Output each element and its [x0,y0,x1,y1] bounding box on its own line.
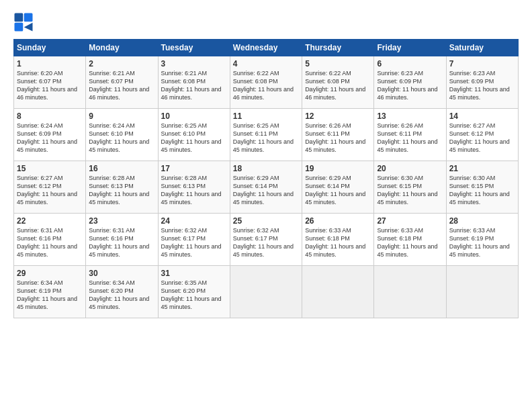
day-info: Sunrise: 6:23 AMSunset: 6:09 PMDaylight:… [449,69,515,102]
calendar-day-cell: 28Sunrise: 6:33 AMSunset: 6:19 PMDayligh… [446,214,518,266]
header-cell-monday: Monday [86,40,158,56]
calendar-day-cell: 17Sunrise: 6:28 AMSunset: 6:13 PMDayligh… [158,161,230,214]
day-info: Sunrise: 6:24 AMSunset: 6:09 PMDaylight:… [17,122,83,154]
day-number: 10 [161,111,227,121]
calendar-day-cell: 20Sunrise: 6:30 AMSunset: 6:15 PMDayligh… [374,161,446,214]
calendar-day-cell: 16Sunrise: 6:28 AMSunset: 6:13 PMDayligh… [86,161,158,214]
day-number: 13 [377,111,443,121]
calendar-day-cell: 7Sunrise: 6:23 AMSunset: 6:09 PMDaylight… [446,56,518,109]
header-row: SundayMondayTuesdayWednesdayThursdayFrid… [14,40,519,56]
day-number: 27 [377,216,443,226]
calendar-day-cell: 24Sunrise: 6:32 AMSunset: 6:17 PMDayligh… [158,214,230,266]
calendar-day-cell [374,266,446,318]
day-number: 19 [305,164,371,173]
calendar-day-cell: 1Sunrise: 6:20 AMSunset: 6:07 PMDaylight… [14,56,86,109]
day-info: Sunrise: 6:34 AMSunset: 6:19 PMDaylight:… [17,279,83,312]
calendar-day-cell: 13Sunrise: 6:26 AMSunset: 6:11 PMDayligh… [374,109,446,161]
day-info: Sunrise: 6:32 AMSunset: 6:17 PMDaylight:… [233,226,299,259]
svg-rect-1 [24,13,33,22]
calendar-day-cell: 5Sunrise: 6:22 AMSunset: 6:08 PMDaylight… [302,56,374,109]
day-number: 11 [233,111,299,121]
day-info: Sunrise: 6:25 AMSunset: 6:10 PMDaylight:… [161,122,227,154]
day-number: 14 [449,111,515,121]
day-number: 9 [89,111,154,121]
day-number: 30 [89,269,154,278]
day-info: Sunrise: 6:22 AMSunset: 6:08 PMDaylight:… [233,69,299,102]
day-info: Sunrise: 6:31 AMSunset: 6:16 PMDaylight:… [17,226,83,259]
day-number: 28 [449,216,515,226]
day-info: Sunrise: 6:28 AMSunset: 6:13 PMDaylight:… [89,174,154,207]
day-info: Sunrise: 6:24 AMSunset: 6:10 PMDaylight:… [89,122,154,154]
day-info: Sunrise: 6:33 AMSunset: 6:19 PMDaylight:… [449,226,515,259]
calendar-week-row: 8Sunrise: 6:24 AMSunset: 6:09 PMDaylight… [14,109,519,161]
calendar-day-cell: 22Sunrise: 6:31 AMSunset: 6:16 PMDayligh… [14,214,86,266]
day-number: 1 [17,59,83,68]
day-number: 20 [377,164,443,173]
day-number: 12 [305,111,371,121]
calendar-day-cell: 25Sunrise: 6:32 AMSunset: 6:17 PMDayligh… [230,214,302,266]
calendar-day-cell: 23Sunrise: 6:31 AMSunset: 6:16 PMDayligh… [86,214,158,266]
calendar-day-cell [302,266,374,318]
day-info: Sunrise: 6:28 AMSunset: 6:13 PMDaylight:… [161,174,227,207]
svg-marker-3 [24,23,33,32]
day-info: Sunrise: 6:30 AMSunset: 6:15 PMDaylight:… [377,174,443,207]
day-info: Sunrise: 6:34 AMSunset: 6:20 PMDaylight:… [89,279,154,312]
calendar-day-cell: 19Sunrise: 6:29 AMSunset: 6:14 PMDayligh… [302,161,374,214]
calendar-day-cell: 18Sunrise: 6:29 AMSunset: 6:14 PMDayligh… [230,161,302,214]
calendar-day-cell: 11Sunrise: 6:25 AMSunset: 6:11 PMDayligh… [230,109,302,161]
header-cell-tuesday: Tuesday [158,40,230,56]
logo-icon [13,12,34,32]
calendar-day-cell [446,266,518,318]
day-number: 8 [17,111,83,121]
page: SundayMondayTuesdayWednesdayThursdayFrid… [0,0,532,411]
calendar-day-cell: 8Sunrise: 6:24 AMSunset: 6:09 PMDaylight… [14,109,86,161]
day-info: Sunrise: 6:33 AMSunset: 6:18 PMDaylight:… [377,226,443,259]
header-cell-sunday: Sunday [14,40,86,56]
day-info: Sunrise: 6:21 AMSunset: 6:08 PMDaylight:… [161,69,227,102]
day-number: 26 [305,216,371,226]
calendar-day-cell: 26Sunrise: 6:33 AMSunset: 6:18 PMDayligh… [302,214,374,266]
svg-rect-0 [15,13,24,22]
day-number: 24 [161,216,227,226]
day-number: 5 [305,59,371,68]
day-info: Sunrise: 6:30 AMSunset: 6:15 PMDaylight:… [449,174,515,207]
day-info: Sunrise: 6:27 AMSunset: 6:12 PMDaylight:… [17,174,83,207]
day-info: Sunrise: 6:25 AMSunset: 6:11 PMDaylight:… [233,122,299,154]
calendar-day-cell: 4Sunrise: 6:22 AMSunset: 6:08 PMDaylight… [230,56,302,109]
header-cell-wednesday: Wednesday [230,40,302,56]
calendar-day-cell: 6Sunrise: 6:23 AMSunset: 6:09 PMDaylight… [374,56,446,109]
day-info: Sunrise: 6:27 AMSunset: 6:12 PMDaylight:… [449,122,515,154]
calendar-day-cell: 12Sunrise: 6:26 AMSunset: 6:11 PMDayligh… [302,109,374,161]
day-number: 4 [233,59,299,68]
day-number: 15 [17,164,83,173]
day-info: Sunrise: 6:31 AMSunset: 6:16 PMDaylight:… [89,226,154,259]
day-info: Sunrise: 6:29 AMSunset: 6:14 PMDaylight:… [305,174,371,207]
day-number: 22 [17,216,83,226]
header-cell-thursday: Thursday [302,40,374,56]
day-info: Sunrise: 6:20 AMSunset: 6:07 PMDaylight:… [17,69,83,102]
header-cell-friday: Friday [374,40,446,56]
day-number: 3 [161,59,227,68]
calendar-body: 1Sunrise: 6:20 AMSunset: 6:07 PMDaylight… [14,56,519,318]
calendar-day-cell: 30Sunrise: 6:34 AMSunset: 6:20 PMDayligh… [86,266,158,318]
calendar-day-cell: 29Sunrise: 6:34 AMSunset: 6:19 PMDayligh… [14,266,86,318]
day-number: 25 [233,216,299,226]
day-info: Sunrise: 6:33 AMSunset: 6:18 PMDaylight:… [305,226,371,259]
calendar-week-row: 29Sunrise: 6:34 AMSunset: 6:19 PMDayligh… [14,266,519,318]
day-number: 7 [449,59,515,68]
calendar-day-cell: 14Sunrise: 6:27 AMSunset: 6:12 PMDayligh… [446,109,518,161]
calendar-day-cell [230,266,302,318]
header [13,12,519,32]
day-number: 16 [89,164,154,173]
day-info: Sunrise: 6:29 AMSunset: 6:14 PMDaylight:… [233,174,299,207]
calendar-header: SundayMondayTuesdayWednesdayThursdayFrid… [14,40,519,56]
calendar-week-row: 22Sunrise: 6:31 AMSunset: 6:16 PMDayligh… [14,214,519,266]
day-number: 17 [161,164,227,173]
day-info: Sunrise: 6:21 AMSunset: 6:07 PMDaylight:… [89,69,154,102]
day-number: 31 [161,269,227,278]
day-number: 29 [17,269,83,278]
day-info: Sunrise: 6:23 AMSunset: 6:09 PMDaylight:… [377,69,443,102]
day-number: 6 [377,59,443,68]
day-info: Sunrise: 6:26 AMSunset: 6:11 PMDaylight:… [305,122,371,154]
logo [13,12,35,32]
